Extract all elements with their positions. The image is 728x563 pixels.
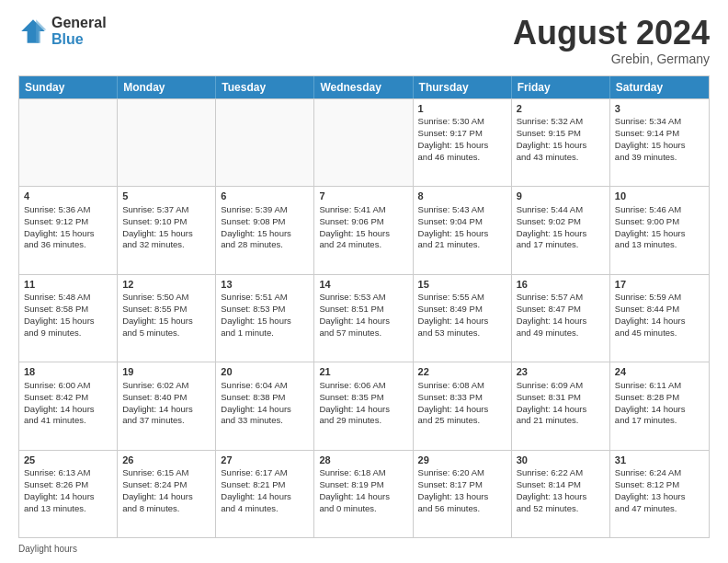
day-info-line: and 13 minutes. [24,503,112,515]
day-number: 18 [24,365,112,379]
cal-cell: 27Sunrise: 6:17 AMSunset: 8:21 PMDayligh… [216,451,314,537]
logo-blue-text: Blue [51,31,107,48]
day-number: 26 [122,454,210,467]
cal-cell: 4Sunrise: 5:36 AMSunset: 9:12 PMDaylight… [19,187,118,273]
cal-cell: 29Sunrise: 6:20 AMSunset: 8:17 PMDayligh… [414,451,512,537]
day-info-line: Daylight: 13 hours [418,491,506,503]
day-info-line: Sunrise: 5:48 AM [24,292,112,304]
day-number: 2 [517,102,605,116]
cal-cell: 8Sunrise: 5:43 AMSunset: 9:04 PMDaylight… [414,187,512,273]
day-info-line: Sunset: 9:00 PM [615,216,704,228]
day-info-line: Sunrise: 5:41 AM [319,204,407,216]
day-info-line: Daylight: 14 hours [319,316,407,327]
day-info-line: Sunrise: 6:20 AM [418,467,506,479]
day-info-line: Sunrise: 5:53 AM [319,292,407,304]
day-info-line: Daylight: 14 hours [319,491,407,503]
cal-cell: 3Sunrise: 5:34 AMSunset: 9:14 PMDaylight… [610,99,709,186]
header: General Blue August 2024 Grebin, Germany [18,15,710,66]
day-info-line: and 29 minutes. [319,415,407,427]
day-info-line: Daylight: 15 hours [615,140,704,152]
day-info-line: and 41 minutes. [24,415,112,427]
month-year: August 2024 [513,15,710,52]
day-number: 7 [319,190,407,203]
cal-header-day-wednesday: Wednesday [314,76,413,98]
day-info-line: Daylight: 14 hours [517,404,605,416]
day-info-line: Sunrise: 5:57 AM [517,292,605,304]
day-info-line: and 28 minutes. [221,239,309,251]
cal-cell: 9Sunrise: 5:44 AMSunset: 9:02 PMDaylight… [512,187,610,273]
day-info-line: Sunset: 8:26 PM [24,479,112,491]
day-info-line: and 47 minutes. [615,503,704,515]
day-info-line: Sunset: 9:17 PM [418,128,506,140]
day-info-line: Sunset: 9:14 PM [615,128,704,140]
day-info-line: Daylight: 15 hours [24,316,112,327]
day-info-line: and 9 minutes. [24,327,112,339]
cal-cell: 11Sunrise: 5:48 AMSunset: 8:58 PMDayligh… [19,275,118,362]
day-info-line: Sunrise: 6:00 AM [24,380,112,392]
day-info-line: Daylight: 15 hours [319,228,407,240]
day-info-line: and 36 minutes. [24,239,112,251]
day-info-line: Daylight: 15 hours [24,228,112,240]
day-info-line: and 52 minutes. [517,503,605,515]
day-info-line: Sunrise: 6:02 AM [122,380,210,392]
day-info-line: Daylight: 15 hours [418,228,506,240]
cal-cell: 28Sunrise: 6:18 AMSunset: 8:19 PMDayligh… [314,451,413,537]
day-info-line: Sunrise: 5:43 AM [418,204,506,216]
day-info-line: and 0 minutes. [319,503,407,515]
logo: General Blue [18,15,107,47]
footer: Daylight hours [18,544,710,554]
day-number: 9 [517,190,605,203]
day-info-line: Sunrise: 5:51 AM [221,292,309,304]
day-info-line: Daylight: 15 hours [615,228,704,240]
cal-cell: 30Sunrise: 6:22 AMSunset: 8:14 PMDayligh… [512,451,610,537]
day-info-line: Sunrise: 5:44 AM [517,204,605,216]
day-number: 25 [24,454,112,467]
day-info-line: Sunrise: 5:55 AM [418,292,506,304]
day-info-line: Daylight: 14 hours [122,491,210,503]
cal-cell: 18Sunrise: 6:00 AMSunset: 8:42 PMDayligh… [19,362,118,449]
day-number: 15 [418,278,506,292]
day-info-line: Sunrise: 5:50 AM [122,292,210,304]
calendar: SundayMondayTuesdayWednesdayThursdayFrid… [18,75,710,538]
day-info-line: Sunrise: 6:04 AM [221,380,309,392]
day-info-line: Daylight: 13 hours [517,491,605,503]
day-info-line: Sunset: 8:38 PM [221,392,309,404]
day-number: 4 [24,190,112,203]
svg-marker-0 [21,19,45,43]
cal-cell: 7Sunrise: 5:41 AMSunset: 9:06 PMDaylight… [314,187,413,273]
day-info-line: and 13 minutes. [615,239,704,251]
day-info-line: Sunset: 8:49 PM [418,304,506,316]
location: Grebin, Germany [513,52,710,66]
day-info-line: Sunrise: 6:08 AM [418,380,506,392]
day-number: 22 [418,365,506,379]
day-info-line: Daylight: 15 hours [221,228,309,240]
day-number: 16 [517,278,605,292]
day-info-line: and 53 minutes. [418,327,506,339]
day-info-line: Sunset: 8:24 PM [122,479,210,491]
day-number: 10 [615,190,704,203]
day-number: 11 [24,278,112,292]
day-info-line: and 17 minutes. [517,239,605,251]
cal-cell [216,99,314,186]
logo-icon [18,17,48,46]
cal-header-day-monday: Monday [118,76,216,98]
cal-cell: 19Sunrise: 6:02 AMSunset: 8:40 PMDayligh… [118,362,216,449]
day-info-line: Sunset: 8:53 PM [221,304,309,316]
cal-cell: 13Sunrise: 5:51 AMSunset: 8:53 PMDayligh… [216,275,314,362]
day-info-line: Daylight: 15 hours [418,140,506,152]
day-info-line: Sunset: 8:40 PM [122,392,210,404]
cal-cell: 17Sunrise: 5:59 AMSunset: 8:44 PMDayligh… [610,275,709,362]
day-number: 8 [418,190,506,203]
cal-cell: 24Sunrise: 6:11 AMSunset: 8:28 PMDayligh… [610,362,709,449]
day-info-line: Daylight: 14 hours [517,316,605,327]
day-info-line: Sunrise: 5:37 AM [122,204,210,216]
day-info-line: Sunrise: 5:59 AM [615,292,704,304]
cal-week-row-4: 25Sunrise: 6:13 AMSunset: 8:26 PMDayligh… [19,450,709,537]
cal-header-day-tuesday: Tuesday [216,76,314,98]
day-number: 23 [517,365,605,379]
day-number: 14 [319,278,407,292]
day-info-line: Daylight: 14 hours [221,404,309,416]
day-info-line: Sunrise: 6:18 AM [319,467,407,479]
day-info-line: Daylight: 14 hours [418,404,506,416]
day-info-line: Sunrise: 6:13 AM [24,467,112,479]
